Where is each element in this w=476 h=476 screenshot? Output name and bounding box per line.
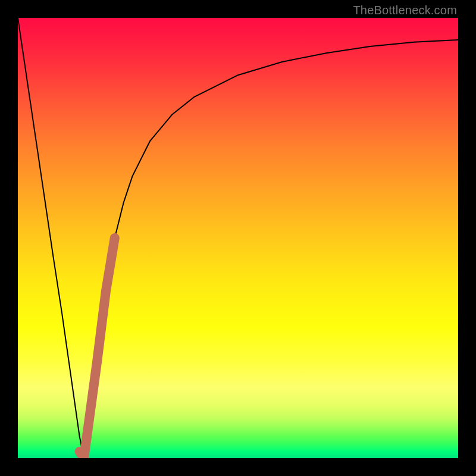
curves-svg (18, 18, 458, 458)
bottleneck-curve (18, 18, 458, 458)
chart-frame: TheBottleneck.com (0, 0, 476, 476)
plot-area (18, 18, 458, 458)
watermark-text: TheBottleneck.com (353, 4, 457, 17)
accent-segment (80, 238, 115, 458)
